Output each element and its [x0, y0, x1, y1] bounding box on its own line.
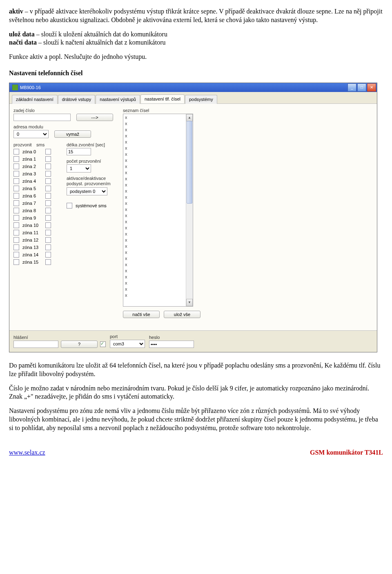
list-item[interactable]: x	[124, 139, 192, 145]
checkbox-prozvonit-3[interactable]	[13, 171, 19, 177]
scroll-down-button[interactable]: ▼	[186, 299, 193, 306]
tab-nastaveni-tlf-cisel[interactable]: nastavení tlf. čísel	[140, 94, 185, 103]
list-item[interactable]: x	[124, 206, 192, 213]
checkbox-sms-13[interactable]	[45, 244, 51, 250]
checkbox-prozvonit-6[interactable]	[13, 193, 19, 199]
minimize-button[interactable]: _	[347, 83, 356, 92]
list-item[interactable]: x	[124, 292, 192, 298]
select-adresa-modulu[interactable]: 0	[13, 130, 49, 138]
list-item[interactable]: x	[124, 127, 192, 133]
list-item[interactable]: x	[124, 176, 192, 182]
list-item[interactable]: x	[124, 170, 192, 176]
list-item[interactable]: x	[124, 213, 192, 219]
list-item[interactable]: x	[124, 151, 192, 157]
list-item[interactable]: x	[124, 262, 192, 268]
list-item[interactable]: x	[124, 243, 192, 249]
list-item[interactable]: x	[124, 286, 192, 292]
list-item[interactable]: x	[124, 268, 192, 274]
list-item[interactable]: x	[124, 114, 192, 121]
zone-row: zóna 13	[13, 244, 67, 250]
checkbox-prozvonit-15[interactable]	[13, 259, 19, 265]
zone-row: zóna 11	[13, 230, 67, 235]
tab-zakladni-nastaveni[interactable]: základní nastavení	[12, 95, 58, 104]
checkbox-prozvonit-2[interactable]	[13, 164, 19, 169]
list-item[interactable]: x	[124, 200, 192, 206]
checkbox-sms-3[interactable]	[45, 171, 51, 177]
list-item[interactable]: x	[124, 133, 192, 139]
checkbox-prozvonit-1[interactable]	[13, 156, 19, 162]
list-item[interactable]: x	[124, 194, 192, 200]
checkbox-sms-15[interactable]	[45, 259, 51, 265]
input-delka-zvoneni[interactable]	[67, 148, 91, 155]
checkbox-prozvonit-11[interactable]	[13, 230, 19, 235]
list-item[interactable]: x	[124, 274, 192, 280]
list-item[interactable]: x	[124, 145, 192, 151]
checkbox-sms-5[interactable]	[45, 186, 51, 191]
add-button[interactable]: --->	[76, 114, 113, 121]
checkbox-sms-9[interactable]	[45, 215, 51, 221]
checkbox-sms-10[interactable]	[45, 222, 51, 228]
input-zadej-cislo[interactable]	[13, 114, 71, 121]
checkbox-prozvonit-10[interactable]	[13, 222, 19, 228]
select-port[interactable]: com3	[110, 340, 145, 348]
list-item[interactable]: x	[124, 237, 192, 243]
checkbox-sms-6[interactable]	[45, 193, 51, 199]
uloz-vse-button[interactable]: ulož vše	[164, 311, 200, 318]
checkbox-sms-7[interactable]	[45, 200, 51, 206]
tab-nastaveni-vystupu[interactable]: nastavení výstupů	[96, 95, 140, 104]
list-item[interactable]: x	[124, 121, 192, 127]
checkbox-prozvonit-0[interactable]	[13, 149, 19, 155]
checkbox-systemove-sms[interactable]	[67, 203, 72, 209]
checkbox-prozvonit-14[interactable]	[13, 252, 19, 258]
zone-row: zóna 15	[13, 259, 67, 265]
list-item[interactable]: x	[124, 225, 192, 231]
checkbox-sms-14[interactable]	[45, 252, 51, 258]
checkbox-prozvonit-8[interactable]	[13, 208, 19, 213]
list-item[interactable]: x	[124, 157, 192, 164]
zone-label: zóna 0	[22, 149, 42, 154]
checkbox-prozvonit-5[interactable]	[13, 186, 19, 191]
list-item[interactable]: x	[124, 249, 192, 256]
list-item[interactable]: x	[124, 182, 192, 188]
select-podsystem[interactable]: podsystem 0	[67, 187, 107, 195]
help-button[interactable]: ?	[61, 341, 98, 348]
nacti-vse-button[interactable]: načti vše	[123, 311, 160, 318]
checkbox-sms-11[interactable]	[45, 230, 51, 235]
scrollbar[interactable]: ▲ ▼	[186, 114, 193, 306]
checkbox-sms-8[interactable]	[45, 208, 51, 213]
list-item[interactable]: x	[124, 280, 192, 286]
list-item[interactable]: x	[124, 256, 192, 262]
checkbox-prozvonit-9[interactable]	[13, 215, 19, 221]
footer-link[interactable]: www.selax.cz	[9, 449, 45, 456]
checkbox-sms-0[interactable]	[45, 149, 51, 155]
input-heslo[interactable]	[149, 341, 194, 348]
maximize-button[interactable]: □	[357, 83, 366, 92]
close-button[interactable]: ✕	[367, 83, 376, 92]
select-pocet-prozvoneni[interactable]: 1	[67, 164, 91, 173]
scroll-thumb[interactable]	[187, 121, 192, 204]
tab-content: zadej číslo ---> adresa modulu 0 vymaž p…	[9, 104, 377, 330]
checkbox-sms-12[interactable]	[45, 237, 51, 243]
ready-checkbox[interactable]	[100, 341, 106, 347]
listbox-seznam-cisel[interactable]: xxxxxxxxxxxxxxxxxxxxxxxxxxxxxx ▲ ▼	[123, 114, 193, 307]
input-hlaseni[interactable]	[13, 341, 58, 348]
zone-row: zóna 10	[13, 222, 67, 228]
checkbox-sms-4[interactable]	[45, 178, 51, 184]
scroll-up-button[interactable]: ▲	[186, 114, 193, 121]
checkbox-sms-1[interactable]	[45, 156, 51, 162]
checkbox-prozvonit-12[interactable]	[13, 237, 19, 243]
list-item[interactable]: x	[124, 164, 192, 170]
list-item[interactable]: x	[124, 188, 192, 194]
checkbox-prozvonit-4[interactable]	[13, 178, 19, 184]
list-item[interactable]: x	[124, 219, 192, 225]
zone-row: zóna 3	[13, 171, 67, 177]
tab-dratove-vstupy[interactable]: drátové vstupy	[58, 95, 96, 104]
list-item[interactable]: x	[124, 231, 192, 237]
checkbox-sms-2[interactable]	[45, 164, 51, 169]
checkbox-prozvonit-13[interactable]	[13, 244, 19, 250]
vymaz-button[interactable]: vymaž	[54, 130, 91, 138]
tab-podsystemy[interactable]: podsystémy	[185, 95, 217, 104]
label-prozvonit: prozvonit	[13, 142, 33, 147]
checkbox-prozvonit-7[interactable]	[13, 200, 19, 206]
zone-label: zóna 7	[22, 201, 42, 206]
